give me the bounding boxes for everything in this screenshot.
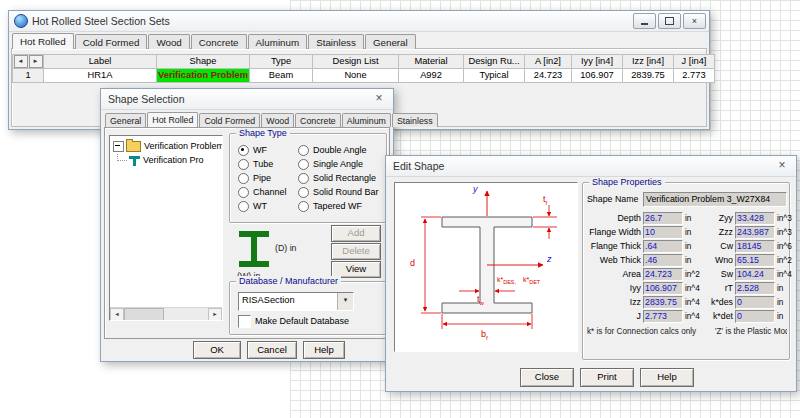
- sw-field[interactable]: 104.24: [735, 268, 775, 281]
- add-button[interactable]: Add: [331, 225, 381, 242]
- cell-j[interactable]: 2.773: [674, 69, 715, 83]
- radio-wf[interactable]: WF: [238, 143, 287, 157]
- tab-wood[interactable]: Wood: [148, 34, 189, 49]
- cell-shape[interactable]: Verification Problem: [157, 69, 250, 83]
- flange-width-field[interactable]: 10: [643, 226, 683, 239]
- minimize-button[interactable]: [633, 13, 656, 29]
- make-default-checkbox-row[interactable]: Make Default Database: [238, 314, 349, 328]
- cell-izz[interactable]: 2839.75: [623, 69, 674, 83]
- iyy-field[interactable]: 106.907: [643, 282, 683, 295]
- row-number[interactable]: 1: [13, 69, 44, 83]
- main-titlebar[interactable]: Hot Rolled Steel Section Sets ×: [9, 11, 709, 32]
- tab-aluminum[interactable]: Aluminum: [248, 34, 308, 49]
- collapse-icon[interactable]: [113, 141, 124, 152]
- shape-selection-titlebar[interactable]: Shape Selection ×: [101, 89, 393, 110]
- area-field[interactable]: 24.723: [643, 268, 683, 281]
- col-header-area[interactable]: A [in2]: [525, 55, 572, 69]
- scroll-left-button[interactable]: ◄: [110, 308, 124, 321]
- table-header-row: ◄ ► Label Shape Type Design List Materia…: [13, 55, 715, 69]
- close-icon: ×: [692, 17, 697, 26]
- maximize-button[interactable]: [658, 13, 681, 29]
- radio-solid-rectangle[interactable]: Solid Rectangle: [298, 171, 379, 185]
- radio-tapered-wf[interactable]: Tapered WF: [298, 199, 379, 213]
- col-header-design-list[interactable]: Design List: [313, 55, 399, 69]
- rt-field[interactable]: 2.528: [735, 282, 775, 295]
- minimize-icon: [641, 23, 648, 25]
- col-header-shape[interactable]: Shape: [157, 55, 250, 69]
- close-button[interactable]: ×: [683, 13, 706, 29]
- cell-design-list[interactable]: None: [313, 69, 399, 83]
- close-icon[interactable]: ×: [774, 159, 790, 173]
- shape-name-field[interactable]: Verification Problem 3_W27X84: [643, 192, 787, 207]
- tree-item-shape[interactable]: Verification Pro: [110, 153, 222, 167]
- radio-solid-round-bar[interactable]: Solid Round Bar: [298, 185, 379, 199]
- zzz-field[interactable]: 243.987: [735, 226, 775, 239]
- wno-field[interactable]: 65.15: [735, 254, 775, 267]
- tab-hot-rolled[interactable]: Hot Rolled: [147, 112, 198, 127]
- tab-concrete[interactable]: Concrete: [191, 34, 247, 49]
- depth-field[interactable]: 26.7: [643, 212, 683, 225]
- nav-next-button[interactable]: ►: [29, 55, 43, 68]
- cancel-button[interactable]: Cancel: [247, 341, 297, 359]
- radio-double-angle[interactable]: Double Angle: [298, 143, 379, 157]
- tab-stainless[interactable]: Stainless: [308, 34, 364, 49]
- izz-field[interactable]: 2839.75: [643, 296, 683, 309]
- radio-wt[interactable]: WT: [238, 199, 287, 213]
- cell-label[interactable]: HR1A: [44, 69, 157, 83]
- checkbox-icon[interactable]: [238, 315, 251, 328]
- cw-field[interactable]: 18145: [735, 240, 775, 253]
- radio-channel[interactable]: Channel: [238, 185, 287, 199]
- scrollbar-thumb[interactable]: [124, 308, 164, 321]
- tab-general[interactable]: General: [365, 34, 416, 49]
- col-header-j[interactable]: J [in4]: [674, 55, 715, 69]
- prop-unit: in^4: [683, 312, 705, 321]
- delete-button[interactable]: Delete: [331, 243, 381, 260]
- cell-material[interactable]: A992: [399, 69, 464, 83]
- database-legend: Database / Manufacturer: [236, 276, 341, 286]
- col-header-design-rule[interactable]: Design Ru...: [464, 55, 525, 69]
- print-button[interactable]: Print: [580, 368, 634, 387]
- scroll-right-button[interactable]: ►: [208, 308, 222, 321]
- cell-iyy[interactable]: 106.907: [572, 69, 623, 83]
- flange-thick-field[interactable]: .64: [643, 240, 683, 253]
- tab-stainless[interactable]: Stainless: [392, 113, 438, 127]
- nav-prev-button[interactable]: ◄: [14, 55, 28, 68]
- database-combobox[interactable]: RISASection ▼: [238, 292, 354, 311]
- tab-hot-rolled[interactable]: Hot Rolled: [12, 33, 74, 49]
- axis-z-label: z: [547, 255, 552, 264]
- tab-cold-formed[interactable]: Cold Formed: [75, 34, 148, 49]
- cell-area[interactable]: 24.723: [525, 69, 572, 83]
- web-thick-field[interactable]: .46: [643, 254, 683, 267]
- ok-button[interactable]: OK: [193, 341, 241, 359]
- col-header-izz[interactable]: Izz [in4]: [623, 55, 674, 69]
- zyy-field[interactable]: 33.428: [735, 212, 775, 225]
- col-header-type[interactable]: Type: [250, 55, 313, 69]
- radio-label: Channel: [253, 187, 287, 197]
- tree-item-folder[interactable]: Verification Problem: [110, 139, 222, 153]
- table-corner-cell: ◄ ►: [13, 55, 44, 69]
- chevron-down-icon[interactable]: ▼: [337, 293, 353, 310]
- scrollbar-track[interactable]: [164, 308, 208, 320]
- col-header-iyy[interactable]: Iyy [in4]: [572, 55, 623, 69]
- help-button[interactable]: Help: [640, 368, 694, 387]
- radio-pipe[interactable]: Pipe: [238, 171, 287, 185]
- cell-design-rule[interactable]: Typical: [464, 69, 525, 83]
- tab-concrete[interactable]: Concrete: [295, 113, 341, 127]
- tab-aluminum[interactable]: Aluminum: [342, 113, 391, 127]
- close-icon[interactable]: ×: [371, 92, 387, 106]
- tab-general[interactable]: General: [105, 113, 146, 127]
- kdet-field[interactable]: 0: [735, 310, 775, 323]
- edit-shape-titlebar[interactable]: Edit Shape ×: [386, 156, 796, 177]
- tab-wood[interactable]: Wood: [261, 113, 294, 127]
- radio-single-angle[interactable]: Single Angle: [298, 157, 379, 171]
- prop-unit: in^6: [775, 242, 795, 251]
- help-button[interactable]: Help: [303, 341, 345, 359]
- close-button[interactable]: Close: [520, 368, 574, 387]
- cell-type[interactable]: Beam: [250, 69, 313, 83]
- col-header-material[interactable]: Material: [399, 55, 464, 69]
- kdes-field[interactable]: 0: [735, 296, 775, 309]
- col-header-label[interactable]: Label: [44, 55, 157, 69]
- j-field[interactable]: 2.773: [643, 310, 683, 323]
- radio-tube[interactable]: Tube: [238, 157, 287, 171]
- tab-cold-formed[interactable]: Cold Formed: [199, 113, 260, 127]
